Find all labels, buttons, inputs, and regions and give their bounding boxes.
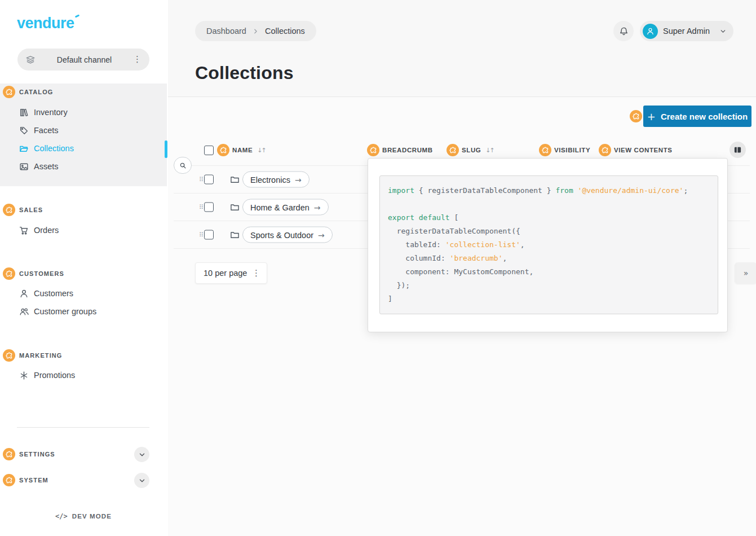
puzzle-icon	[6, 89, 13, 96]
create-new-collection-button[interactable]: + Create new collection	[643, 106, 751, 127]
folder-icon	[230, 175, 240, 184]
arrow-right-icon: →	[318, 230, 325, 239]
sidebar-item-collections[interactable]: Collections	[0, 139, 152, 157]
sidebar-item-inventory[interactable]: Inventory	[0, 103, 152, 121]
breadcrumb-collections[interactable]: Collections	[265, 27, 305, 36]
plus-icon: +	[647, 111, 656, 122]
puzzle-icon	[449, 147, 457, 154]
arrow-right-icon: →	[314, 203, 321, 212]
per-page-menu-icon: ⋮	[252, 269, 260, 278]
active-item-indicator	[165, 140, 167, 158]
sidebar-item-assets[interactable]: Assets	[0, 157, 152, 175]
nav-section-system[interactable]: SYSTEM	[3, 473, 48, 487]
collection-chip[interactable]: Electronics →	[242, 172, 310, 188]
nav-section-settings[interactable]: SETTINGS	[3, 447, 55, 461]
folder-icon	[230, 203, 240, 212]
puzzle-icon	[6, 477, 13, 484]
sidebar-item-label: Assets	[34, 162, 59, 171]
sidebar-item-customer-groups[interactable]: Customer groups	[0, 302, 152, 320]
nav-section-marketing: MARKETING	[3, 349, 63, 362]
image-icon	[19, 162, 29, 172]
sidebar-item-customers[interactable]: Customers	[0, 284, 152, 302]
column-settings-button[interactable]	[730, 142, 746, 158]
column-header-slug[interactable]: SLUG ↓↑	[446, 143, 494, 157]
users-icon	[19, 307, 29, 317]
dev-extension-badge[interactable]	[3, 204, 15, 216]
user-name: Super Admin	[663, 27, 714, 36]
system-expand-button[interactable]	[134, 473, 149, 488]
chevron-down-icon	[138, 477, 146, 485]
dev-extension-badge[interactable]	[3, 448, 15, 460]
dev-extension-badge[interactable]	[599, 144, 611, 156]
sidebar-divider	[17, 427, 149, 428]
avatar	[643, 24, 658, 39]
page-title: Collections	[195, 63, 294, 84]
row-checkbox[interactable]	[204, 203, 214, 212]
column-header-name[interactable]: NAME ↓↑	[204, 143, 266, 157]
sort-icon[interactable]: ↓↑	[485, 147, 493, 154]
puzzle-icon	[6, 451, 13, 458]
dev-extension-badge[interactable]	[3, 267, 15, 280]
channel-menu-icon[interactable]: ⋮	[133, 55, 142, 64]
puzzle-icon	[6, 352, 13, 359]
drag-handle[interactable]: ⠿	[199, 204, 204, 211]
nav-section-customers: CUSTOMERS	[3, 267, 64, 280]
layers-icon	[25, 55, 36, 65]
section-label: SALES	[19, 207, 43, 213]
next-page-button[interactable]: »	[735, 262, 756, 284]
drag-handle[interactable]: ⠿	[199, 176, 204, 183]
chevron-right-icon	[252, 28, 259, 35]
user-menu[interactable]: Super Admin	[640, 21, 733, 41]
dev-extension-badge[interactable]	[217, 144, 229, 156]
nav-section-sales: SALES	[3, 203, 43, 217]
sidebar: vendure Default channel ⋮ CATALOG Invent…	[0, 0, 168, 536]
puzzle-icon	[542, 147, 549, 154]
chevron-down-icon	[138, 451, 146, 459]
channel-label: Default channel	[36, 55, 133, 64]
puzzle-icon	[633, 113, 640, 120]
sidebar-item-label: Collections	[34, 144, 74, 153]
columns-icon	[733, 146, 742, 154]
dev-extension-badge[interactable]	[446, 144, 459, 156]
nav-section-catalog: CATALOG	[3, 85, 53, 99]
collection-chip[interactable]: Home & Garden →	[242, 199, 329, 216]
search-toggle-button[interactable]	[174, 157, 192, 174]
asterisk-icon	[19, 371, 29, 380]
code-line: ]	[388, 292, 711, 306]
items-per-page-select[interactable]: 10 per page ⋮	[195, 262, 267, 284]
main-content: Dashboard Collections Super Admin Collec…	[168, 0, 756, 536]
arrow-right-icon: →	[295, 175, 302, 184]
logo-mark-icon	[74, 15, 79, 18]
dev-extension-badge[interactable]	[3, 86, 15, 98]
code-line: import { registerDataTableComponent } fr…	[388, 184, 711, 197]
folder-icon	[230, 230, 240, 240]
sort-icon[interactable]: ↓↑	[257, 147, 265, 154]
dev-extension-badge[interactable]	[539, 144, 551, 156]
sidebar-item-promotions[interactable]: Promotions	[0, 366, 152, 384]
settings-expand-button[interactable]	[134, 447, 149, 462]
row-checkbox[interactable]	[204, 230, 214, 240]
bell-icon	[619, 27, 629, 36]
sidebar-item-orders[interactable]: Orders	[0, 221, 152, 239]
dev-extension-badge[interactable]	[3, 474, 15, 486]
collection-chip[interactable]: Sports & Outdoor →	[242, 227, 333, 243]
drag-handle[interactable]: ⠿	[199, 231, 204, 239]
code-line	[388, 197, 711, 211]
row-checkbox[interactable]	[204, 175, 214, 184]
notifications-button[interactable]	[613, 21, 634, 41]
dev-mode-toggle[interactable]: </> DEV MODE	[0, 512, 167, 520]
sidebar-item-facets[interactable]: Facets	[0, 121, 152, 139]
books-icon	[19, 108, 29, 117]
dev-extension-badge[interactable]	[630, 110, 642, 122]
puzzle-icon	[6, 207, 13, 214]
breadcrumb-dashboard[interactable]: Dashboard	[206, 27, 246, 36]
code-line: columnId: 'breadcrumb',	[388, 252, 711, 265]
dev-extension-badge[interactable]	[3, 349, 15, 362]
code-line: tableId: 'collection-list',	[388, 238, 711, 252]
column-header-visibility: VISIBILITY	[539, 143, 590, 157]
select-all-checkbox[interactable]	[204, 146, 214, 155]
channel-selector[interactable]: Default channel ⋮	[17, 49, 149, 71]
column-header-view-contents: VIEW CONTENTS	[599, 143, 673, 157]
search-icon	[179, 161, 187, 170]
dev-extension-badge[interactable]	[367, 144, 379, 156]
